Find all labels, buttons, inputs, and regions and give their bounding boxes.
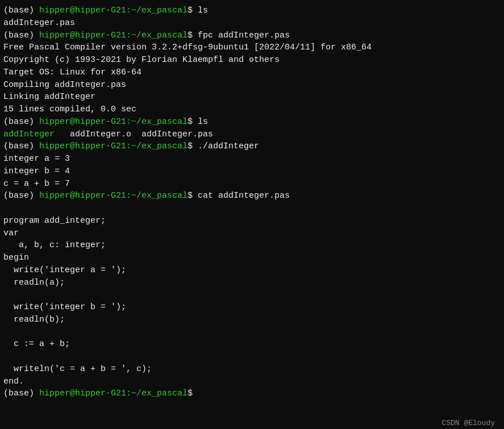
terminal-line: Compiling addInteger.pas [3, 79, 501, 91]
terminal-line: Linking addInteger [3, 91, 501, 103]
terminal-line: readln(a); [3, 277, 501, 289]
terminal-line: Copyright (c) 1993-2021 by Florian Klaem… [3, 54, 501, 66]
terminal-line: addInteger addInteger.o addInteger.pas [3, 128, 501, 141]
terminal-line: 15 lines compiled, 0.0 sec [3, 103, 501, 116]
terminal-line: (base) hipper@hipper-G21:~/ex_pascal$ ls [3, 116, 501, 128]
terminal-line: (base) hipper@hipper-G21:~/ex_pascal$ ca… [3, 190, 501, 202]
terminal-line [3, 289, 501, 301]
terminal-line: c := a + b; [3, 338, 501, 351]
terminal-line: write('integer b = '); [3, 301, 501, 314]
terminal-line: (base) hipper@hipper-G21:~/ex_pascal$ [3, 388, 501, 400]
terminal-line: a, b, c: integer; [3, 239, 501, 252]
terminal-output: (base) hipper@hipper-G21:~/ex_pascal$ ls… [3, 5, 501, 400]
terminal-line [3, 326, 501, 339]
terminal-line [3, 202, 501, 215]
terminal-line: (base) hipper@hipper-G21:~/ex_pascal$ ./… [3, 140, 501, 153]
terminal-line: integer b = 4 [3, 165, 501, 178]
terminal-line: write('integer a = '); [3, 264, 501, 277]
terminal-line: program add_integer; [3, 215, 501, 227]
watermark: CSDN @Eloudy [441, 418, 495, 429]
terminal-line: readln(b); [3, 314, 501, 326]
terminal-line [3, 351, 501, 363]
terminal-line: c = a + b = 7 [3, 178, 501, 190]
terminal-line: var [3, 227, 501, 240]
terminal-line: addInteger.pas [3, 17, 501, 30]
terminal-window: (base) hipper@hipper-G21:~/ex_pascal$ ls… [3, 5, 501, 429]
terminal-line: (base) hipper@hipper-G21:~/ex_pascal$ fp… [3, 30, 501, 42]
terminal-line: Target OS: Linux for x86-64 [3, 66, 501, 79]
terminal-line: writeln('c = a + b = ', c); [3, 363, 501, 376]
terminal-line: end. [3, 376, 501, 388]
terminal-line: begin [3, 252, 501, 264]
terminal-line: integer a = 3 [3, 153, 501, 165]
terminal-line: Free Pascal Compiler version 3.2.2+dfsg-… [3, 41, 501, 54]
terminal-line: (base) hipper@hipper-G21:~/ex_pascal$ ls [3, 5, 501, 17]
